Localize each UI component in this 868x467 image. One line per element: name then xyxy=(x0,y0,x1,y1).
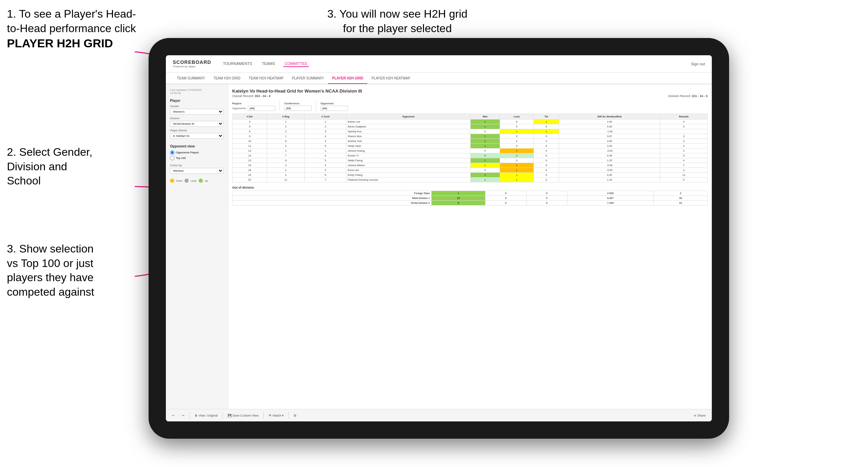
grid-title: Katelyn Vo Head-to-Head Grid for Women's… xyxy=(232,88,708,94)
subnav-team-h2h-grid[interactable]: TEAM H2H GRID xyxy=(209,73,245,84)
table-cell: 3.33 xyxy=(559,144,660,149)
table-cell: 11 xyxy=(267,178,305,182)
table-cell: 3 xyxy=(660,134,707,139)
legend-up-label: Up xyxy=(205,180,208,182)
out-of-division-header: Out of division xyxy=(232,186,708,189)
table-row: 1474Eunice Yi2200.389 xyxy=(233,153,708,158)
table-cell: 1 xyxy=(500,129,534,134)
logo-sub: Powered by clippd xyxy=(173,65,211,68)
subnav-team-summary[interactable]: TEAM SUMMARY xyxy=(173,73,209,84)
filters-row: Region Opponents: (All) Conference (All) xyxy=(232,101,708,111)
tablet: SCOREBOARD Powered by clippd TOURNAMENTS… xyxy=(149,38,729,439)
table-cell: 1 xyxy=(471,120,500,124)
table-cell: 10 xyxy=(233,139,267,144)
table-cell: 19 xyxy=(233,173,267,178)
toolbar-watch[interactable]: 👁 Watch ▾ xyxy=(266,413,286,418)
table-row: 311Esther Lee1011.504 xyxy=(233,120,708,124)
sidebar-division-label: Division xyxy=(170,117,224,120)
table-cell: 1 xyxy=(305,120,346,124)
table-row: 1946Emily Chang4100.3011 xyxy=(233,173,708,178)
table-cell: 1 xyxy=(471,134,500,139)
table-cell: 4 xyxy=(305,153,346,158)
toolbar-layout[interactable]: ⊞ xyxy=(292,413,299,418)
table-cell: 5 xyxy=(305,144,346,149)
sidebar-colour-by-label: Colour by xyxy=(170,164,224,167)
table-cell: Stella Cheng xyxy=(346,158,471,163)
table-cell: 2 xyxy=(267,168,305,173)
nav-sign-out[interactable]: Sign out xyxy=(691,62,705,66)
subnav-team-h2h-heatmap[interactable]: TEAM H2H HEATMAP xyxy=(245,73,288,84)
table-row: 1822Euna Lee010-5.002 xyxy=(233,168,708,173)
subnav-player-h2h-grid[interactable]: PLAYER H2H GRID xyxy=(328,73,367,84)
filter-region-select[interactable]: (All) xyxy=(248,106,275,111)
filter-region-group: Region Opponents: (All) xyxy=(232,102,275,111)
table-cell: Sydney Kuo xyxy=(346,129,471,134)
table-cell: 16 xyxy=(233,163,267,168)
table-cell: 4 xyxy=(660,139,707,144)
table-cell: 3.67 xyxy=(559,134,660,139)
table-cell: 11 xyxy=(233,144,267,149)
table-row: 1063Andrea York2004.004 xyxy=(233,139,708,144)
table-cell: 2 xyxy=(500,163,534,168)
table-cell: 2 xyxy=(267,144,305,149)
navbar: SCOREBOARD Powered by clippd TOURNAMENTS… xyxy=(166,55,712,73)
table-cell: 3 xyxy=(233,120,267,124)
table-cell: 1 xyxy=(267,134,305,139)
table-cell: Andrea York xyxy=(346,139,471,144)
nav-teams[interactable]: TEAMS xyxy=(261,61,276,67)
toolbar-save-custom[interactable]: 💾 Save Custom View xyxy=(226,413,261,418)
subnav-player-summary[interactable]: PLAYER SUMMARY xyxy=(288,73,328,84)
toolbar-share[interactable]: ⊲ Share xyxy=(691,413,708,418)
table-cell: 1 xyxy=(500,149,534,153)
table-cell: 0 xyxy=(534,139,559,144)
sidebar-colour-by-select[interactable]: Win/loss xyxy=(170,168,224,174)
sidebar-division-select[interactable]: NCAA Division III xyxy=(170,121,224,127)
table-row: 633Sydney Kuo011-1.00 xyxy=(233,129,708,134)
table-cell: 2 xyxy=(305,168,346,173)
table-cell: 3 xyxy=(267,163,305,168)
subnav-player-h2h-heatmap[interactable]: PLAYER H2H HEATMAP xyxy=(367,73,414,84)
table-cell: 1 xyxy=(267,120,305,124)
col-loss: Loss xyxy=(500,114,534,120)
table-cell: Sharon Mun xyxy=(346,134,471,139)
filter-opponent-select[interactable]: (All) xyxy=(320,106,348,111)
sidebar-radio-top100[interactable]: Top 100 xyxy=(170,156,224,160)
instruction-step3-left: 3. Show selection vs Top 100 or just pla… xyxy=(7,242,138,299)
table-row: 1585Stella Cheng1001.254 xyxy=(233,158,708,163)
table-cell: 0 xyxy=(471,168,500,173)
col-win: Win xyxy=(471,114,500,120)
nav-committee[interactable]: COMMITTEE xyxy=(283,61,309,67)
col-div: # Div xyxy=(233,114,267,120)
table-cell: 18 xyxy=(233,168,267,173)
table-cell: Esther Lee xyxy=(346,120,471,124)
sidebar-player-rank-select[interactable]: 8. Katelyn Vo xyxy=(170,133,224,139)
table-cell: 1 xyxy=(305,149,346,153)
sidebar-radio-opponents-played[interactable]: Opponents Played xyxy=(170,150,224,155)
subnav: TEAM SUMMARY TEAM H2H GRID TEAM H2H HEAT… xyxy=(166,73,712,84)
legend-down-dot xyxy=(170,179,174,183)
table-cell: 0 xyxy=(471,149,500,153)
table-cell: 1 xyxy=(471,144,500,149)
table-cell: 3 xyxy=(267,129,305,134)
toolbar-redo[interactable]: ↪ xyxy=(180,413,187,418)
table-cell: Heejo Hyun xyxy=(346,144,471,149)
toolbar-view-original[interactable]: 🖥 View: Original xyxy=(192,413,220,418)
sidebar-player-rank-label: Player (Rank) xyxy=(170,129,224,132)
table-row: 914Sharon Mun1003.673 xyxy=(233,134,708,139)
table-cell: 2 xyxy=(660,149,707,153)
table-cell: 6 xyxy=(233,129,267,134)
nav-tournaments[interactable]: TOURNAMENTS xyxy=(221,61,254,67)
sidebar-gender-select[interactable]: Women's xyxy=(170,109,224,115)
table-cell: 1.25 xyxy=(559,158,660,163)
table-cell: 9 xyxy=(660,153,707,158)
table-cell: 4 xyxy=(305,134,346,139)
table-cell: 6 xyxy=(660,178,707,182)
toolbar-undo[interactable]: ↩ xyxy=(170,413,177,418)
table-cell: 1.33 xyxy=(559,178,660,182)
table-cell: 4 xyxy=(267,173,305,178)
filter-conference-select[interactable]: (All) xyxy=(284,106,312,111)
table-cell: Emily Chang xyxy=(346,173,471,178)
table-cell: 14 xyxy=(233,153,267,158)
table-cell: 1 xyxy=(500,178,534,182)
table-cell: Jessica Mason xyxy=(346,163,471,168)
